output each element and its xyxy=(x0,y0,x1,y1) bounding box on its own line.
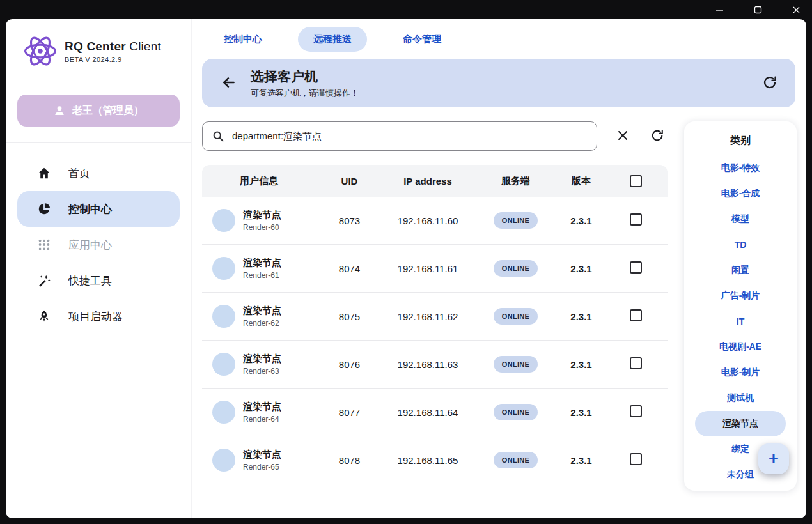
tab-command-management[interactable]: 命令管理 xyxy=(387,27,457,52)
client-version: 2.3.1 xyxy=(559,263,604,274)
client-ip: 192.168.11.61 xyxy=(383,263,472,274)
client-hostname: Render-64 xyxy=(243,415,281,424)
sidebar-item-project-launcher[interactable]: 项目启动器 xyxy=(17,298,180,334)
category-item[interactable]: TD xyxy=(695,232,786,258)
refresh-icon xyxy=(762,75,777,90)
add-category-button[interactable]: + xyxy=(758,443,789,474)
category-item[interactable]: 模型 xyxy=(695,206,786,232)
category-list: 电影-特效电影-合成模型TD闲置广告-制片IT电视剧-AE电影-制片测试机渲染节… xyxy=(684,155,797,488)
client-ip: 192.168.11.63 xyxy=(383,359,472,370)
atom-logo-icon xyxy=(21,32,59,70)
sidebar-item-control-center[interactable]: 控制中心 xyxy=(17,191,180,227)
table-row: 渲染节点Render-628075192.168.11.62ONLINE2.3.… xyxy=(202,293,668,341)
sidebar-item-home[interactable]: 首页 xyxy=(17,155,180,191)
client-hostname: Render-61 xyxy=(243,271,281,280)
status-badge: ONLINE xyxy=(494,452,538,468)
user-name: 老王（管理员） xyxy=(72,104,144,118)
row-checkbox[interactable] xyxy=(630,261,642,274)
page-title: 选择客户机 xyxy=(251,68,359,86)
close-button[interactable] xyxy=(789,3,803,17)
page-header-banner: 选择客户机 可复选客户机，请谨慎操作！ xyxy=(202,59,795,107)
refresh-button[interactable] xyxy=(761,74,779,92)
tab-remote-push[interactable]: 远程推送 xyxy=(298,27,367,52)
category-item[interactable]: 测试机 xyxy=(695,385,786,411)
minimize-button[interactable] xyxy=(712,3,726,17)
search-input[interactable] xyxy=(231,130,588,143)
client-name: 渲染节点 xyxy=(243,449,281,461)
sidebar-item-app-center[interactable]: 应用中心 xyxy=(17,227,180,263)
search-box xyxy=(202,121,597,151)
grid-icon xyxy=(36,237,52,252)
client-avatar xyxy=(212,209,235,232)
search-icon xyxy=(212,130,224,143)
category-item[interactable]: 渲染节点 xyxy=(695,411,786,436)
client-version: 2.3.1 xyxy=(559,215,604,226)
row-checkbox[interactable] xyxy=(630,405,642,417)
table-row: 渲染节点Render-648077192.168.11.64ONLINE2.3.… xyxy=(202,389,668,436)
home-icon xyxy=(36,166,52,181)
table-row: 渲染节点Render-608073192.168.11.60ONLINE2.3.… xyxy=(202,197,668,245)
table-row: 渲染节点Render-658078192.168.11.65ONLINE2.3.… xyxy=(202,436,668,484)
plus-icon: + xyxy=(769,449,779,469)
main-content: 控制中心远程推送命令管理 选择客户机 可复选客户机，请谨慎操作！ xyxy=(192,19,806,518)
clear-search-button[interactable] xyxy=(614,127,632,145)
row-checkbox[interactable] xyxy=(630,453,642,465)
table-row: 渲染节点Render-618074192.168.11.61ONLINE2.3.… xyxy=(202,245,668,293)
client-uid: 8074 xyxy=(316,263,383,274)
client-name: 渲染节点 xyxy=(243,401,281,413)
status-badge: ONLINE xyxy=(494,404,538,420)
sidebar-item-label: 快捷工具 xyxy=(68,274,112,288)
category-item[interactable]: 广告-制片 xyxy=(695,283,786,309)
client-version: 2.3.1 xyxy=(559,407,604,418)
select-all-checkbox[interactable] xyxy=(630,175,642,187)
client-name: 渲染节点 xyxy=(243,353,281,365)
page-subtitle: 可复选客户机，请谨慎操作！ xyxy=(251,88,359,99)
category-item[interactable]: IT xyxy=(695,309,786,334)
control-center-icon xyxy=(36,201,52,217)
arrow-left-icon xyxy=(221,74,237,91)
refresh-list-button[interactable] xyxy=(648,127,666,145)
table-body: 渲染节点Render-608073192.168.11.60ONLINE2.3.… xyxy=(202,197,668,484)
row-checkbox[interactable] xyxy=(630,357,642,369)
row-checkbox[interactable] xyxy=(630,309,642,321)
minimize-icon xyxy=(715,6,724,14)
tab-control-center[interactable]: 控制中心 xyxy=(208,27,277,52)
user-icon xyxy=(53,104,66,117)
category-panel-title: 类别 xyxy=(684,134,797,148)
back-button[interactable] xyxy=(219,73,239,93)
client-ip: 192.168.11.60 xyxy=(383,215,472,226)
category-item[interactable]: 电视剧-AE xyxy=(695,334,786,360)
client-ip: 192.168.11.64 xyxy=(383,407,472,418)
category-item[interactable]: 电影-合成 xyxy=(695,181,786,206)
client-table: 用户信息UIDIP address服务端版本 渲染节点Render-608073… xyxy=(202,165,668,491)
user-badge[interactable]: 老王（管理员） xyxy=(17,95,180,127)
top-tabs: 控制中心远程推送命令管理 xyxy=(202,24,795,54)
title-bar xyxy=(0,0,812,19)
category-item[interactable]: 闲置 xyxy=(695,258,786,283)
sidebar: RQ Center Client BETA V 2024.2.9 老王（管理员）… xyxy=(6,19,192,518)
category-item[interactable]: 电影-制片 xyxy=(695,360,786,385)
sidebar-item-label: 应用中心 xyxy=(68,238,112,252)
client-hostname: Render-63 xyxy=(243,367,281,376)
column-header: 用户信息 xyxy=(202,175,316,187)
sidebar-item-quick-tools[interactable]: 快捷工具 xyxy=(17,263,180,298)
column-header: 版本 xyxy=(559,175,604,187)
clear-icon xyxy=(616,128,630,143)
refresh-icon xyxy=(650,128,664,143)
client-hostname: Render-65 xyxy=(243,463,281,472)
row-checkbox[interactable] xyxy=(630,213,642,226)
client-avatar xyxy=(212,449,235,472)
client-uid: 8076 xyxy=(316,359,383,370)
client-version: 2.3.1 xyxy=(559,455,604,466)
table-row-partial xyxy=(202,484,668,491)
maximize-button[interactable] xyxy=(751,3,765,17)
status-badge: ONLINE xyxy=(494,356,538,373)
category-item[interactable]: 电影-特效 xyxy=(695,155,786,181)
sidebar-item-label: 项目启动器 xyxy=(68,309,123,324)
table-header: 用户信息UIDIP address服务端版本 xyxy=(202,165,668,197)
client-name: 渲染节点 xyxy=(243,257,281,269)
status-badge: ONLINE xyxy=(494,212,538,229)
column-header: IP address xyxy=(383,176,472,187)
client-name: 渲染节点 xyxy=(243,305,281,317)
work-area: 用户信息UIDIP address服务端版本 渲染节点Render-608073… xyxy=(202,121,795,518)
